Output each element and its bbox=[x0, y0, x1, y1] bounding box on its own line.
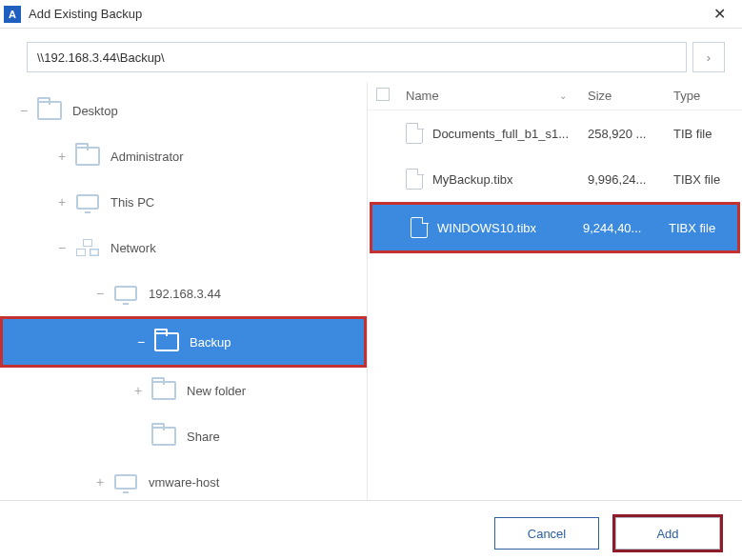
file-size: 9,244,40... bbox=[575, 221, 661, 235]
folder-icon bbox=[151, 427, 176, 446]
tree-label: Share bbox=[187, 430, 220, 444]
tree-item-new-folder[interactable]: + New folder bbox=[0, 368, 367, 413]
expand-icon[interactable]: + bbox=[55, 194, 69, 210]
app-icon: A bbox=[4, 6, 21, 23]
pc-icon bbox=[114, 286, 137, 301]
sort-caret-icon: ⌄ bbox=[559, 90, 567, 101]
tree-label: New folder bbox=[187, 384, 246, 398]
file-type: TIB file bbox=[666, 127, 742, 141]
tree-item-desktop[interactable]: − Desktop bbox=[0, 88, 367, 133]
file-size: 258,920 ... bbox=[580, 127, 666, 141]
tree-label: 192.168.3.44 bbox=[149, 287, 221, 301]
file-name: Documents_full_b1_s1... bbox=[432, 127, 569, 141]
network-icon bbox=[76, 239, 99, 256]
close-button[interactable]: ✕ bbox=[700, 5, 738, 23]
tree-label: This PC bbox=[110, 195, 154, 210]
file-list: Name⌄ Size Type Documents_full_b1_s1... … bbox=[367, 82, 742, 500]
pc-icon bbox=[114, 474, 137, 490]
tree-label: Desktop bbox=[72, 104, 118, 118]
expand-icon[interactable]: + bbox=[131, 383, 145, 398]
file-row[interactable]: MyBackup.tibx 9,996,24... TIBX file bbox=[368, 156, 742, 202]
tree-label: vmware-host bbox=[149, 475, 219, 490]
selected-file-highlight: WINDOWS10.tibx 9,244,40... TIBX file bbox=[370, 202, 740, 253]
collapse-icon[interactable]: − bbox=[93, 286, 107, 301]
file-name: WINDOWS10.tibx bbox=[437, 221, 536, 235]
cancel-button[interactable]: Cancel bbox=[494, 517, 599, 550]
selected-tree-highlight: − Backup bbox=[0, 316, 367, 368]
tree-label: Backup bbox=[190, 335, 231, 350]
file-size: 9,996,24... bbox=[580, 172, 666, 187]
folder-icon bbox=[151, 381, 176, 400]
file-list-header: Name⌄ Size Type bbox=[368, 82, 742, 110]
file-type: TIBX file bbox=[666, 172, 742, 187]
tree-label: Administrator bbox=[110, 150, 184, 164]
collapse-icon[interactable]: − bbox=[17, 103, 30, 118]
file-icon bbox=[411, 217, 428, 238]
tree-item-network[interactable]: − Network bbox=[0, 225, 367, 270]
path-go-button[interactable]: › bbox=[692, 42, 725, 72]
column-size[interactable]: Size bbox=[580, 89, 666, 103]
add-button[interactable]: Add bbox=[615, 517, 720, 550]
file-type: TIBX file bbox=[661, 221, 737, 235]
select-all-checkbox[interactable] bbox=[376, 88, 390, 101]
path-bar: › bbox=[0, 29, 742, 82]
collapse-icon[interactable]: − bbox=[134, 334, 148, 350]
column-name[interactable]: Name⌄ bbox=[398, 89, 580, 103]
column-type[interactable]: Type bbox=[666, 89, 742, 103]
tree-item-host[interactable]: − 192.168.3.44 bbox=[0, 270, 367, 316]
title-bar: A Add Existing Backup ✕ bbox=[0, 0, 742, 29]
folder-icon bbox=[75, 147, 100, 166]
tree-item-share[interactable]: + Share bbox=[0, 413, 367, 459]
add-button-highlight: Add bbox=[612, 514, 723, 552]
tree-item-vmware[interactable]: + vmware-host bbox=[0, 459, 367, 500]
folder-tree: − Desktop + Administrator + This PC − Ne… bbox=[0, 82, 367, 500]
file-icon bbox=[406, 169, 423, 190]
file-name: MyBackup.tibx bbox=[432, 172, 513, 187]
expand-icon[interactable]: + bbox=[93, 474, 107, 490]
tree-item-administrator[interactable]: + Administrator bbox=[0, 133, 367, 179]
window-title: Add Existing Backup bbox=[29, 7, 700, 21]
file-row[interactable]: Documents_full_b1_s1... 258,920 ... TIB … bbox=[368, 110, 742, 156]
tree-item-this-pc[interactable]: + This PC bbox=[0, 179, 367, 225]
pc-icon bbox=[76, 194, 99, 210]
file-icon bbox=[406, 123, 423, 144]
file-row[interactable]: WINDOWS10.tibx 9,244,40... TIBX file bbox=[372, 205, 737, 250]
tree-label: Network bbox=[110, 241, 156, 255]
tree-item-backup[interactable]: − Backup bbox=[3, 319, 364, 365]
expand-icon[interactable]: + bbox=[55, 149, 69, 164]
collapse-icon[interactable]: − bbox=[55, 240, 69, 255]
folder-icon bbox=[37, 101, 62, 120]
dialog-footer: Cancel Add bbox=[0, 501, 742, 560]
folder-icon bbox=[154, 332, 179, 351]
path-input[interactable] bbox=[27, 42, 687, 72]
